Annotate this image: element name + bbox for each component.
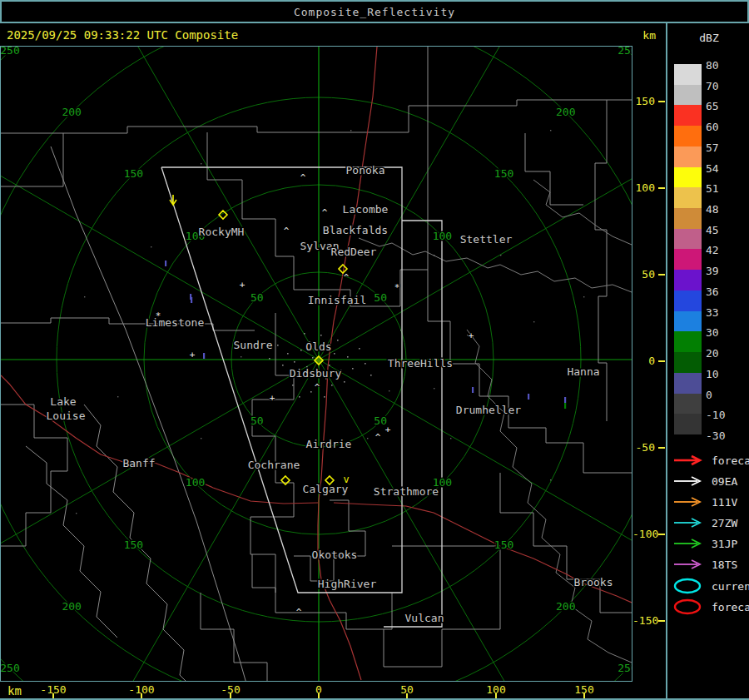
clutter-dot xyxy=(304,333,305,335)
plus-marker-icon: + xyxy=(385,424,391,435)
city-label: Stettler xyxy=(460,233,513,246)
bottom-axis-unit-label: km xyxy=(7,684,22,698)
right-axis-tick-label: 100 xyxy=(632,182,655,194)
radar-map-frame: 5050505010010010010015015015015020020020… xyxy=(0,46,632,682)
city-label: Cochrane xyxy=(248,459,300,471)
city-label: Innisfail xyxy=(308,294,366,306)
scale-swatch xyxy=(674,394,702,415)
right-axis-tick-mark xyxy=(658,101,665,102)
scale-swatch xyxy=(674,311,702,332)
map-boundary-line xyxy=(428,270,632,473)
ring-distance-label: 50 xyxy=(250,415,264,427)
town-dot xyxy=(151,246,151,247)
city-label: Hanna xyxy=(567,365,599,378)
right-axis-tick-mark xyxy=(658,534,665,535)
clutter-dot xyxy=(359,348,360,350)
scale-swatch xyxy=(674,331,702,352)
clutter-dot xyxy=(310,391,312,393)
city-label: RedDeer xyxy=(331,246,377,258)
plus-marker-icon: + xyxy=(240,280,246,290)
ring-distance-label: 250 xyxy=(618,662,632,674)
scale-value-label: 20 xyxy=(706,348,747,360)
weak-echo xyxy=(203,353,205,359)
reflectivity-scale-panel: dBZ 807065605754514845423936333020100-10… xyxy=(666,23,749,698)
scan-sector-outline xyxy=(384,221,442,627)
scale-swatch xyxy=(674,167,702,188)
scale-value-label: -30 xyxy=(706,430,747,442)
asterisk-marker-icon: * xyxy=(156,310,161,321)
right-axis-tick-mark xyxy=(658,360,665,362)
city-label: Limestone xyxy=(146,316,205,329)
clutter-dot xyxy=(269,358,270,360)
legend-item-ellipse: current xyxy=(672,576,749,596)
legend-label: forecast xyxy=(712,454,749,467)
legend-label: forecast xyxy=(712,601,749,613)
weak-echo xyxy=(564,403,566,409)
legend-item-arrow: 09EA xyxy=(672,474,737,488)
ring-distance-label: 50 xyxy=(250,291,264,304)
clutter-dot xyxy=(337,340,339,341)
right-axis-tick-mark xyxy=(658,187,665,189)
right-axis-tick-label: -100 xyxy=(632,529,655,540)
legend-item-arrow: 111V xyxy=(672,495,737,509)
right-distance-axis: 150100500-50-100-150 xyxy=(632,46,666,682)
town-dot xyxy=(389,390,389,391)
radial-spoke xyxy=(1,360,319,681)
clutter-dot xyxy=(287,353,289,355)
legend-label: 09EA xyxy=(712,475,737,488)
caret-marker-icon: ^ xyxy=(322,207,328,218)
cell-ellipse-icon xyxy=(672,597,707,617)
scale-swatch xyxy=(674,64,702,85)
scale-swatch xyxy=(674,414,702,434)
scale-value-label: 39 xyxy=(706,266,747,277)
city-label: Brooks xyxy=(574,576,613,588)
right-axis-tick-label: 50 xyxy=(632,269,655,280)
ring-distance-label: 150 xyxy=(494,539,513,551)
plus-marker-icon: + xyxy=(469,330,474,341)
river-line xyxy=(533,180,632,245)
ring-distance-label: 200 xyxy=(556,106,575,118)
town-dot xyxy=(76,513,77,514)
clutter-dot xyxy=(344,381,345,383)
scale-value-label: 57 xyxy=(706,142,747,154)
scale-value-label: 10 xyxy=(706,369,747,380)
clutter-dot xyxy=(312,357,314,359)
city-label: Didsbury xyxy=(290,367,342,380)
clutter-dot xyxy=(370,375,372,376)
scale-swatch xyxy=(674,126,702,146)
track-arrow-icon xyxy=(672,454,707,467)
city-label: Lacombe xyxy=(343,203,389,216)
radar-map: 5050505010010010010015015015015020020020… xyxy=(1,47,632,681)
ring-distance-label: 150 xyxy=(494,167,513,180)
clutter-dot xyxy=(324,396,325,398)
clutter-dot xyxy=(292,385,294,386)
right-axis-tick-label: -150 xyxy=(632,615,655,627)
scale-value-label: 65 xyxy=(706,101,747,112)
town-dot xyxy=(450,438,451,439)
map-boundary-line xyxy=(250,313,294,593)
clutter-dot xyxy=(347,356,349,358)
town-dot xyxy=(400,330,401,330)
scale-swatch xyxy=(674,146,702,167)
scale-value-label: 54 xyxy=(706,163,747,175)
scale-unit-header: dBZ xyxy=(667,32,749,44)
scale-value-label: 30 xyxy=(706,327,747,339)
map-boundary-line xyxy=(1,318,255,330)
clutter-dot xyxy=(320,335,322,336)
clutter-dot xyxy=(299,396,300,398)
city-label: Blackfalds xyxy=(323,224,388,236)
map-boundary-line xyxy=(1,100,632,133)
ring-distance-label: 200 xyxy=(62,106,81,118)
ring-distance-label: 200 xyxy=(556,600,575,613)
ring-distance-label: 250 xyxy=(1,662,20,674)
radial-spoke xyxy=(1,360,319,681)
ring-distance-label: 50 xyxy=(374,291,387,304)
ring-distance-label: 100 xyxy=(186,476,205,489)
town-dot xyxy=(550,130,551,131)
caret-marker-icon: ^ xyxy=(315,382,320,393)
plus-marker-icon: + xyxy=(190,350,196,360)
caret-marker-icon: ^ xyxy=(300,172,306,183)
town-dot xyxy=(533,321,534,322)
track-arrow-icon xyxy=(672,537,707,550)
clutter-dot xyxy=(365,363,366,365)
